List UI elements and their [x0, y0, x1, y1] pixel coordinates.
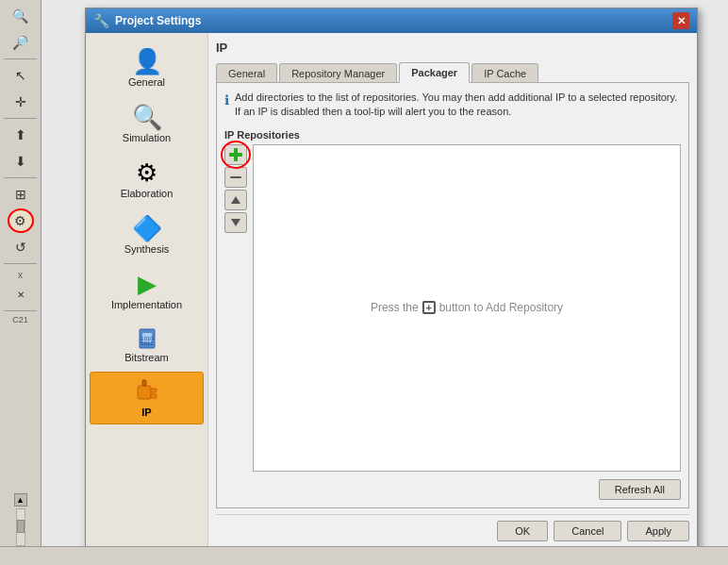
- info-icon: ℹ: [224, 91, 229, 110]
- repo-buttons-column: [224, 144, 249, 472]
- svg-text:0011: 0011: [141, 341, 154, 346]
- ip-section-title: IP: [216, 41, 689, 57]
- bitstream-svg-icon: 1010 0011: [134, 325, 160, 352]
- up-arrow-icon: [230, 195, 241, 205]
- repo-empty-placeholder: Press the + button to Add Repository: [371, 301, 563, 314]
- sidebar-label-synthesis: Synthesis: [124, 243, 170, 255]
- placeholder-prefix: Press the: [371, 301, 419, 314]
- remove-repository-button[interactable]: [224, 167, 247, 188]
- toolbar-separator-5: [4, 310, 36, 311]
- general-icon-wrapper: 👤: [132, 47, 162, 76]
- info-text: Add directories to the list of repositor…: [235, 91, 681, 120]
- svg-marker-11: [231, 196, 240, 204]
- toolbar-label-c21: C21: [12, 315, 28, 325]
- toolbar-refresh[interactable]: ↺: [8, 235, 34, 259]
- sidebar-label-implementation: Implementation: [111, 299, 182, 310]
- ide-statusbar: [0, 546, 728, 565]
- dialog-footer: OK Cancel Apply: [216, 514, 689, 541]
- svg-rect-7: [142, 380, 146, 386]
- synthesis-icon-wrapper: 🔷: [132, 214, 162, 243]
- left-toolbar: 🔍 🔎 ↖ ✛ ⬆ ⬇ ⊞ ⚙ ↺ x ✕ C21 ▲ ▼: [0, 0, 41, 565]
- ip-svg-icon: [133, 378, 161, 407]
- sidebar-label-simulation: Simulation: [123, 132, 171, 143]
- ok-button[interactable]: OK: [497, 521, 548, 541]
- repository-list: Press the + button to Add Repository: [253, 144, 681, 472]
- dialog-sidebar: 👤 General 🔍 Simulation ⚙ Elaboration 🔷: [86, 33, 208, 549]
- tabs-row: General Repository Manager Packager IP C…: [216, 62, 689, 83]
- simulation-icon-wrapper: 🔍: [132, 103, 162, 132]
- scroll-track: [16, 508, 25, 546]
- add-repository-button[interactable]: [224, 144, 247, 165]
- sidebar-item-simulation[interactable]: 🔍 Simulation: [90, 96, 204, 150]
- repo-section-label: IP Repositories: [224, 129, 681, 141]
- svg-marker-12: [231, 219, 240, 226]
- sidebar-label-bitstream: Bitstream: [124, 352, 168, 363]
- dialog-body: 👤 General 🔍 Simulation ⚙ Elaboration 🔷: [86, 33, 697, 549]
- repo-area: Press the + button to Add Repository: [224, 144, 681, 472]
- tab-packager[interactable]: Packager: [399, 62, 470, 83]
- svg-rect-10: [230, 176, 241, 178]
- synthesis-icon: 🔷: [132, 214, 162, 243]
- toolbar-move-up[interactable]: ⬆: [8, 123, 34, 147]
- scroll-thumb: [17, 520, 25, 532]
- bitstream-icon-wrapper: 1010 0011: [134, 325, 160, 352]
- tab-repository-manager[interactable]: Repository Manager: [279, 63, 397, 83]
- implementation-icon: ▶: [138, 270, 157, 299]
- implementation-icon-wrapper: ▶: [138, 270, 157, 299]
- toolbar-pan[interactable]: ✛: [8, 90, 34, 114]
- refresh-all-button[interactable]: Refresh All: [599, 479, 681, 500]
- sidebar-label-ip: IP: [141, 407, 151, 418]
- dialog-title-icon: 🔧: [93, 13, 109, 28]
- info-box: ℹ Add directories to the list of reposit…: [224, 91, 681, 120]
- svg-rect-5: [151, 389, 157, 392]
- move-up-button[interactable]: [224, 190, 247, 210]
- elaboration-icon-wrapper: ⚙: [136, 158, 157, 188]
- ip-icon-wrapper: [133, 378, 161, 407]
- simulation-icon: 🔍: [132, 103, 162, 132]
- elaboration-icon: ⚙: [136, 158, 157, 188]
- sidebar-item-elaboration[interactable]: ⚙ Elaboration: [90, 152, 204, 206]
- toolbar-separator-4: [4, 263, 36, 264]
- dialog-title-text: Project Settings: [115, 14, 672, 27]
- plus-icon-small: +: [422, 301, 436, 314]
- toolbar-zoom-in[interactable]: 🔍: [8, 4, 34, 28]
- toolbar-label-x: x: [18, 270, 23, 280]
- project-settings-dialog: 🔧 Project Settings ✕ 👤 General 🔍 Simulat…: [85, 8, 698, 550]
- svg-rect-9: [229, 153, 242, 157]
- toolbar-select[interactable]: ↖: [8, 63, 34, 88]
- toolbar-target-highlighted[interactable]: ⚙: [8, 208, 34, 233]
- minus-icon: [230, 175, 241, 179]
- tab-general[interactable]: General: [216, 63, 277, 83]
- content-bottom: Refresh All: [224, 479, 681, 500]
- add-btn-wrapper: [224, 144, 249, 165]
- toolbar-separator-3: [4, 177, 36, 178]
- sidebar-label-elaboration: Elaboration: [121, 188, 174, 199]
- tab-ip-cache[interactable]: IP Cache: [472, 63, 538, 83]
- move-down-button[interactable]: [224, 212, 247, 233]
- dialog-close-button[interactable]: ✕: [672, 12, 689, 29]
- toolbar-zoom-out[interactable]: 🔎: [8, 30, 34, 55]
- toolbar-grid[interactable]: ⊞: [8, 182, 34, 207]
- toolbar-separator-1: [4, 58, 36, 59]
- tab-content-packager: ℹ Add directories to the list of reposit…: [216, 82, 689, 508]
- placeholder-suffix: button to Add Repository: [439, 301, 563, 314]
- down-arrow-icon: [230, 218, 241, 227]
- toolbar-close-small[interactable]: ✕: [8, 282, 34, 307]
- toolbar-move-down[interactable]: ⬇: [8, 149, 34, 174]
- sidebar-item-implementation[interactable]: ▶ Implementation: [90, 263, 204, 317]
- cancel-button[interactable]: Cancel: [554, 521, 621, 541]
- dialog-content: IP General Repository Manager Packager I…: [208, 33, 697, 549]
- sidebar-item-synthesis[interactable]: 🔷 Synthesis: [90, 208, 204, 261]
- sidebar-item-general[interactable]: 👤 General: [90, 41, 204, 94]
- scroll-up-arrow[interactable]: ▲: [14, 493, 27, 507]
- toolbar-separator-2: [4, 118, 36, 119]
- sidebar-item-bitstream[interactable]: 1010 0011 Bitstream: [90, 319, 204, 370]
- sidebar-item-ip[interactable]: IP: [90, 372, 204, 424]
- apply-button[interactable]: Apply: [627, 521, 689, 541]
- sidebar-label-general: General: [128, 76, 165, 88]
- general-icon: 👤: [132, 47, 162, 76]
- dialog-titlebar: 🔧 Project Settings ✕: [86, 8, 697, 33]
- svg-rect-6: [151, 394, 157, 398]
- add-icon: [228, 147, 243, 162]
- svg-rect-4: [138, 386, 151, 399]
